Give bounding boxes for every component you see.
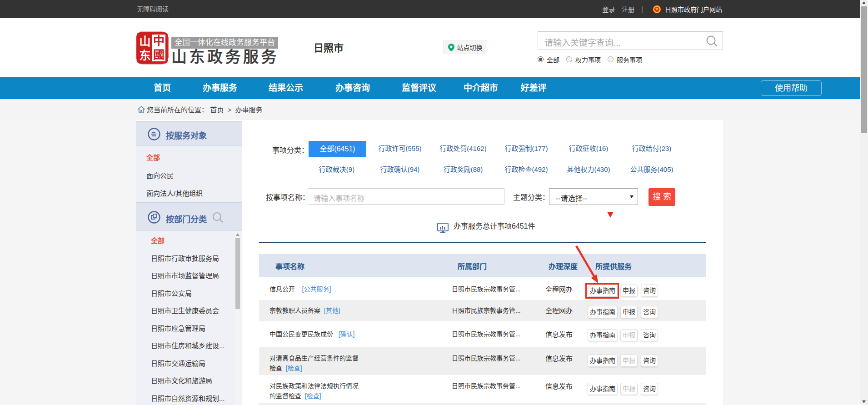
svg-text:山: 山	[139, 35, 150, 48]
svg-text:东: 东	[139, 49, 150, 62]
svg-text:中: 中	[153, 35, 165, 47]
svg-text:國: 國	[153, 48, 165, 61]
